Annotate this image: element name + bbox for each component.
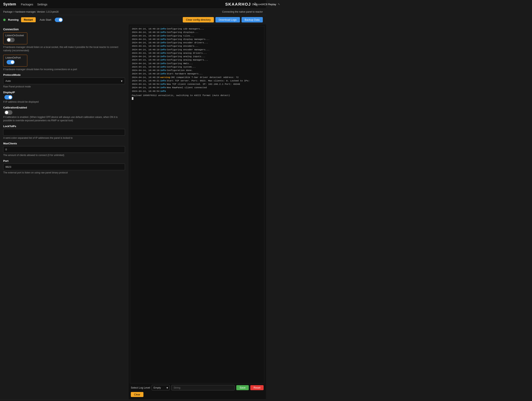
log-line: 2024-04-14, 16:40:54infoNew RawPanel cli…: [132, 86, 263, 89]
log-line: 2024-04-14, 16:40:19infoConfiguring enco…: [132, 44, 263, 48]
log-controls: Select Log Level Empty Debug Info Warnin…: [130, 383, 264, 391]
left-panel: Connection ListenOnSocket If hardware-ma…: [0, 25, 128, 399]
listen-on-socket-desc: If hardware-manager should listen on a l…: [3, 45, 125, 52]
footer: Reset to defaults Save and restart: [0, 399, 266, 401]
log-clear-button[interactable]: Clear: [131, 392, 143, 397]
log-level-text: info: [160, 41, 166, 44]
calibration-toggle[interactable]: [4, 110, 13, 115]
log-message: Start TCP server. Port: 9923. Max client…: [167, 79, 250, 82]
max-clients-input[interactable]: [3, 146, 125, 153]
port-desc: The external port to listen on using raw…: [3, 171, 125, 175]
nav-settings[interactable]: Settings: [37, 3, 48, 6]
log-time: 2024-04-14, 16:40:19: [132, 55, 159, 58]
log-line: 2024-04-14, 16:40:20warningCRC compatibl…: [132, 75, 263, 79]
listen-on-port-toggle-row: [6, 60, 25, 64]
protocol-mode-title: ProtocolMode: [3, 73, 125, 76]
log-line: 2024-04-14, 16:40:19infoConfiguration do…: [132, 69, 263, 72]
log-line: 2024-04-14, 16:40:54infoNew TCP client c…: [132, 82, 263, 86]
log-level-text: info: [160, 86, 166, 89]
log-level-text: info: [160, 82, 166, 86]
device-label: Device:: [252, 3, 260, 6]
log-message: Configuring system...: [167, 65, 196, 69]
log-line: 2024-04-14, 16:40:19infoConfiguring anal…: [132, 58, 263, 62]
log-level-text: info: [160, 44, 166, 48]
lock-to-ips-title: LockToIPs: [3, 125, 125, 128]
log-message: Configuring analog managers...: [167, 58, 208, 62]
listen-on-port-label: ListenOnPort: [6, 56, 25, 59]
backup-data-button[interactable]: Backup Data: [241, 17, 263, 22]
listen-on-port-desc: If hardware-manager should listen for in…: [3, 68, 125, 71]
status-bar: Running Restart Auto Start Clear config …: [0, 15, 266, 25]
log-level-text: info: [160, 65, 166, 69]
breadcrumb-right-text: Connecting the native panel to reactor: [222, 10, 263, 13]
listen-on-port-toggle[interactable]: [7, 60, 15, 64]
log-level-text: info: [160, 27, 166, 31]
log-message: Configuring HWCs...: [167, 62, 193, 65]
protocol-mode-desc: Raw Panel protocol mode: [3, 85, 125, 88]
top-navigation: System Packages Settings Device: XC8 Rep…: [0, 0, 266, 9]
log-time: 2024-04-14, 16:40:19: [132, 44, 159, 48]
device-info: Device: XC8 Replay ✎: [252, 3, 266, 6]
log-cursor: [132, 97, 263, 101]
log-line: 2024-04-14, 16:40:19infoConfiguring enco…: [132, 48, 263, 51]
log-line: 2024-04-14, 16:40:19infoConfiguring HWCs…: [132, 62, 263, 65]
log-message: Configuring LED managers...: [167, 27, 204, 31]
clear-config-button[interactable]: Clear config directory: [183, 17, 214, 22]
log-message: Configuring encoder managers...: [167, 48, 210, 51]
log-level-select[interactable]: Empty Debug Info Warning Error: [152, 385, 170, 390]
log-time: 2024-04-14, 16:40:19: [132, 48, 159, 51]
log-level-text: warning: [160, 75, 170, 79]
listen-on-socket-toggle-row: [6, 38, 25, 42]
port-input[interactable]: [3, 164, 125, 170]
calibration-enabled-title: CalibrationEnabled: [3, 106, 125, 109]
log-message: Payload 1950570312 unrealistic, switchin…: [132, 94, 230, 97]
log-level-text: info: [160, 79, 166, 82]
port-title: Port: [3, 159, 125, 163]
log-time: 2024-04-14, 16:40:19: [132, 65, 159, 69]
log-line: 2024-04-14, 16:40:19infoConfiguring anal…: [132, 51, 263, 55]
log-time: 2024-04-14, 16:40:54: [132, 89, 159, 93]
main-content: Connection ListenOnSocket If hardware-ma…: [0, 25, 266, 399]
log-message: Configuration done.: [167, 69, 193, 72]
nav-links: Packages Settings: [21, 3, 225, 6]
auto-start-toggle[interactable]: [55, 18, 63, 22]
log-time: 2024-04-14, 16:40:19: [132, 27, 159, 31]
listen-on-socket-label: ListenOnSocket: [6, 34, 25, 37]
log-level-text: info: [160, 69, 166, 72]
log-message: Configuring displays...: [167, 31, 199, 34]
log-time: 2024-04-14, 16:40:19: [132, 41, 159, 44]
log-level-text: info: [160, 72, 166, 75]
log-time: 2024-04-14, 16:40:19: [132, 34, 159, 38]
connection-section-title: Connection: [3, 28, 125, 31]
log-time: 2024-04-14, 16:40:19: [132, 72, 159, 75]
log-line: 2024-04-14, 16:40:19infoConfiguring anal…: [132, 55, 263, 58]
log-bottom-row: Clear: [130, 391, 264, 398]
nav-packages[interactable]: Packages: [21, 3, 33, 6]
log-time: 2024-04-14, 16:40:54: [132, 82, 159, 86]
protocol-mode-select-wrapper: Auto Binary ASCII ▼: [3, 78, 125, 84]
log-time: 2024-04-14, 16:40:19: [132, 69, 159, 72]
log-line: 2024-04-14, 16:40:19infoConfiguring disp…: [132, 31, 263, 34]
log-line: 2024-04-14, 16:40:19infoConfiguring tile…: [132, 34, 263, 38]
listen-on-socket-toggle[interactable]: [7, 38, 15, 42]
log-string-input[interactable]: [171, 385, 235, 390]
lock-to-ips-input[interactable]: [3, 129, 125, 136]
log-message: Configuring display managers...: [167, 38, 210, 41]
display-ip-desc: If IP address should be displayed: [3, 100, 125, 104]
right-action-buttons: Clear config directory Download Logs Bac…: [183, 17, 263, 22]
log-time: 2024-04-14, 16:40:19: [132, 51, 159, 55]
restart-button[interactable]: Restart: [21, 17, 36, 22]
log-level-text: info: [160, 31, 166, 34]
log-message: CRC compatible T-bar driver detected! Ad…: [171, 75, 239, 79]
display-ip-toggle[interactable]: [4, 95, 13, 100]
log-level-label: Select Log Level: [131, 386, 150, 389]
download-logs-button[interactable]: Download Logs: [215, 17, 240, 22]
log-level-text: info: [160, 48, 166, 51]
log-level-text: info: [160, 89, 166, 93]
log-output: 2024-04-14, 16:40:19infoConfiguring LED …: [130, 26, 264, 383]
log-save-button[interactable]: Save: [236, 385, 249, 390]
protocol-mode-select[interactable]: Auto Binary ASCII: [3, 78, 125, 84]
log-line: 2024-04-14, 16:40:19infoStart hardware m…: [132, 72, 263, 75]
log-level-text: info: [160, 38, 166, 41]
log-reset-button[interactable]: Reset: [250, 385, 264, 390]
